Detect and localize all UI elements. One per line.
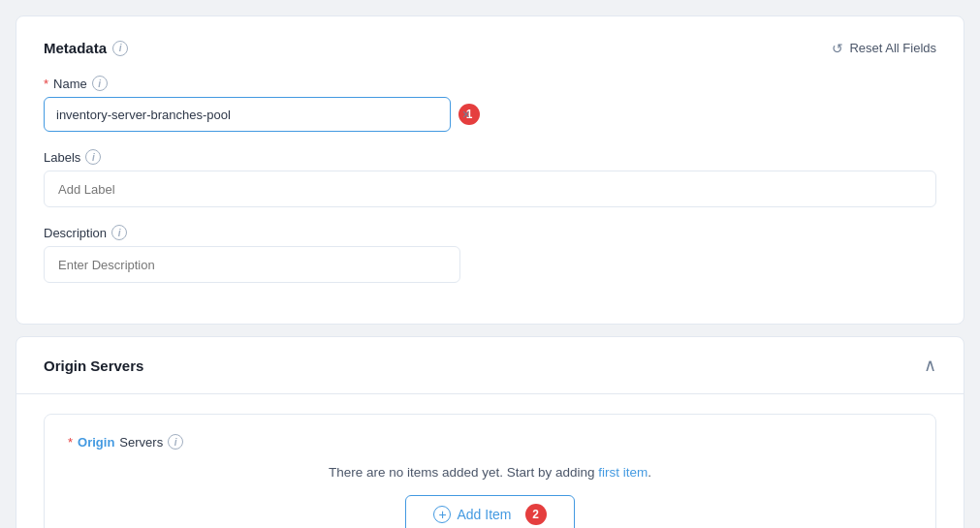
origin-servers-header: Origin Servers ∧: [16, 337, 964, 394]
name-label-text: Name: [53, 77, 87, 91]
labels-label-text: Labels: [44, 150, 80, 165]
collapse-icon[interactable]: ∧: [924, 355, 936, 376]
origin-servers-body: * Origin Servers i There are no items ad…: [16, 394, 964, 528]
origin-label-servers: Servers: [119, 435, 163, 450]
origin-servers-title: Origin Servers: [44, 357, 143, 374]
origin-servers-info-icon[interactable]: i: [168, 434, 183, 450]
metadata-header: Metadata i ↺ Reset All Fields: [44, 40, 936, 56]
reset-icon: ↺: [832, 41, 843, 56]
metadata-title-text: Metadata: [44, 40, 107, 56]
origin-required-star: *: [68, 435, 73, 450]
labels-info-icon[interactable]: i: [85, 149, 101, 165]
origin-servers-inner-label: * Origin Servers i: [68, 434, 912, 450]
reset-all-fields-button[interactable]: ↺ Reset All Fields: [832, 41, 936, 56]
clear-name-icon[interactable]: ×: [462, 108, 470, 121]
reset-label: Reset All Fields: [849, 41, 936, 55]
name-field-group: * Name i 1 ×: [44, 76, 936, 132]
name-info-icon[interactable]: i: [92, 76, 108, 91]
origin-label-origin: Origin: [78, 435, 114, 450]
add-item-label: Add Item: [457, 507, 511, 522]
step-2-badge: 2: [525, 504, 547, 525]
empty-message-prefix: There are no items added yet. Start by a…: [329, 465, 598, 480]
labels-field-group: Labels i: [44, 149, 936, 207]
origin-servers-card: Origin Servers ∧ * Origin Servers i Ther…: [16, 336, 964, 528]
name-input[interactable]: [44, 97, 451, 132]
empty-message: There are no items added yet. Start by a…: [68, 465, 912, 480]
description-info-icon[interactable]: i: [111, 225, 127, 240]
description-field-group: Description i: [44, 225, 936, 283]
name-input-wrapper: 1 ×: [44, 97, 480, 132]
name-required-star: *: [44, 77, 48, 91]
first-item-link[interactable]: first item: [598, 465, 648, 480]
labels-field-label: Labels i: [44, 149, 936, 165]
metadata-card: Metadata i ↺ Reset All Fields * Name i 1…: [16, 16, 964, 325]
metadata-info-icon[interactable]: i: [112, 41, 128, 56]
description-label-text: Description: [44, 226, 107, 240]
metadata-title: Metadata i: [44, 40, 128, 56]
description-input[interactable]: [44, 246, 460, 283]
description-field-label: Description i: [44, 225, 936, 240]
labels-input[interactable]: [44, 171, 936, 207]
empty-message-suffix: .: [648, 465, 651, 480]
name-field-label: * Name i: [44, 76, 936, 91]
origin-servers-inner-card: * Origin Servers i There are no items ad…: [44, 414, 936, 528]
add-item-button[interactable]: + Add Item 2: [405, 495, 574, 528]
plus-circle-icon: +: [433, 506, 451, 523]
page-container: Metadata i ↺ Reset All Fields * Name i 1…: [16, 16, 964, 528]
